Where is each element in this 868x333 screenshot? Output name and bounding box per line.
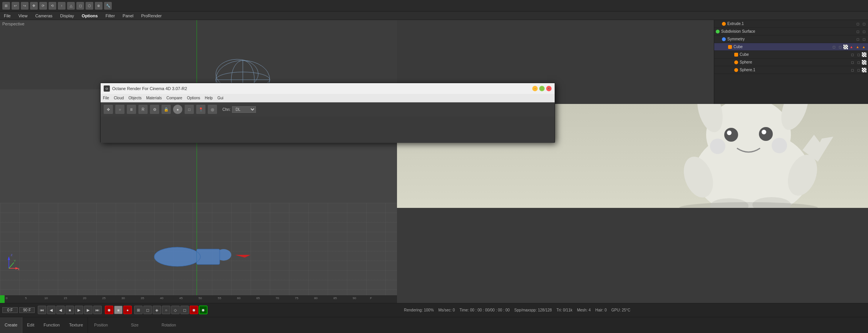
anim-btn-6[interactable]: ◻ <box>180 306 189 314</box>
obj-lock-icon-7[interactable]: ◻ <box>856 60 861 65</box>
anim-btn-2[interactable]: ◻ <box>143 306 152 314</box>
oct-circle-btn[interactable]: ○ <box>115 105 124 114</box>
menu-filter[interactable]: Filter <box>104 13 116 18</box>
obj-vis-icon-4[interactable]: ◻ <box>855 37 860 42</box>
obj-lock-icon-6[interactable]: ◻ <box>856 52 861 57</box>
timeline-numbers[interactable]: 0 5 10 15 20 25 30 35 40 45 50 55 60 65 … <box>0 295 397 303</box>
oct-pin-btn[interactable]: 📍 <box>196 105 205 114</box>
octane-menu-help[interactable]: Help <box>205 96 213 100</box>
transport-to-end[interactable]: ⏭ <box>93 306 102 314</box>
transport-to-start[interactable]: ⏮ <box>38 306 46 314</box>
tri-count: Tri: 0/11k <box>557 308 572 312</box>
octane-menu-objects[interactable]: Objects <box>128 96 141 100</box>
transport-stop[interactable]: ■ <box>66 306 74 314</box>
oct-gear-btn[interactable]: ⚙ <box>150 105 159 114</box>
toolbar-icon-10[interactable]: ⬡ <box>86 2 93 10</box>
menu-cameras[interactable]: Cameras <box>34 13 54 18</box>
obj-tri-cube1-2: ▲ <box>855 44 860 50</box>
obj-lock-icon-3[interactable]: ◻ <box>861 29 866 34</box>
record-stop-btn[interactable]: ■ <box>114 306 123 314</box>
obj-lock-icon-4[interactable]: ◻ <box>861 37 866 42</box>
obj-row-symmetry[interactable]: Symmetry ◻ ◻ <box>714 35 868 43</box>
octane-menu-file[interactable]: File <box>103 96 109 100</box>
svg-rect-8 <box>197 249 220 264</box>
toolbar-icon-8[interactable]: △ <box>67 2 75 10</box>
obj-icon-extrude1 <box>722 22 726 26</box>
oct-channel-group: Chn: DL Beauty Diffuse <box>222 106 256 113</box>
anim-btn-5[interactable]: ◇ <box>171 306 180 314</box>
obj-row-cube1[interactable]: Cube ◻ ◻ ▲ ▲ ▲ <box>714 43 868 51</box>
obj-lock-icon-2[interactable]: ◻ <box>861 21 866 27</box>
obj-row-extrude1[interactable]: Extrude.1 ◻ ◻ <box>714 20 868 28</box>
transport-prev-frame[interactable]: ◀ <box>47 306 56 314</box>
octane-menu-cloud[interactable]: Cloud <box>114 96 124 100</box>
octane-menu-options[interactable]: Options <box>187 96 200 100</box>
anim-btn-1[interactable]: ⊞ <box>134 306 143 314</box>
anim-btn-7[interactable]: ⏺ <box>190 306 198 314</box>
toolbar-icon-9[interactable]: ◻ <box>76 2 84 10</box>
toolbar-icon-11[interactable]: ⊕ <box>95 2 103 10</box>
tab-texture[interactable]: Texture <box>64 317 87 333</box>
oct-record-btn[interactable]: R <box>138 105 148 114</box>
octane-menu-compare[interactable]: Compare <box>167 96 182 100</box>
obj-vis-icon-3[interactable]: ◻ <box>855 29 860 34</box>
menu-panel[interactable]: Panel <box>121 13 135 18</box>
oct-channel-select[interactable]: DL Beauty Diffuse <box>232 106 256 113</box>
main-viewport[interactable]: Perspective Grid Spacing : 100 cm <box>0 20 397 303</box>
toolbar-icon-12[interactable]: 🔧 <box>104 2 112 10</box>
transport-play[interactable]: ▶ <box>75 306 83 314</box>
window-close-btn[interactable]: ✕ <box>546 86 552 91</box>
obj-vis-icon-8[interactable]: ◻ <box>849 67 855 73</box>
menu-prorender[interactable]: ProRender <box>140 13 163 18</box>
oct-pause-btn[interactable]: ⏸ <box>127 105 136 114</box>
obj-row-cube2[interactable]: Cube ◻ ◻ <box>714 51 868 59</box>
octane-menu-materials[interactable]: Materials <box>146 96 162 100</box>
obj-vis-icon-2[interactable]: ◻ <box>855 21 860 27</box>
obj-row-subdiv[interactable]: Subdivision Surface ◻ ◻ <box>714 28 868 35</box>
tab-create[interactable]: Create <box>0 317 22 333</box>
obj-icon-cube2 <box>734 53 738 57</box>
fps-display[interactable]: 90 F <box>19 307 35 313</box>
obj-controls-sphere1: ◻ ◻ <box>849 67 866 73</box>
oct-sphere-btn[interactable]: ● <box>173 105 182 114</box>
transport-play-back[interactable]: ◀ <box>56 306 65 314</box>
current-frame-display[interactable]: 0 F <box>2 307 18 313</box>
toolbar-icon-4[interactable]: ✥ <box>30 2 38 10</box>
obj-vis-icon-5[interactable]: ◻ <box>831 44 836 50</box>
toolbar-icon-3[interactable]: ↪ <box>21 2 29 10</box>
tab-function[interactable]: Function <box>39 317 64 333</box>
toolbar-icon-1[interactable]: ⊞ <box>2 2 10 10</box>
render-time: Time: 00 : 00 : 00/00 : 00 : 00 <box>459 308 510 312</box>
toolbar-icon-7[interactable]: ↑ <box>58 2 66 10</box>
anim-btn-4[interactable]: ○ <box>162 306 170 314</box>
menu-file[interactable]: File <box>2 13 12 18</box>
obj-row-sphere1[interactable]: Sphere.1 ◻ ◻ <box>714 66 868 74</box>
toolbar-icon-6[interactable]: ⟲ <box>49 2 56 10</box>
obj-tri-cube1-3: ▲ <box>861 44 866 50</box>
anim-btn-3[interactable]: ◈ <box>153 306 161 314</box>
window-maximize-btn[interactable]: □ <box>539 86 545 91</box>
oct-cursor-btn[interactable]: ✥ <box>104 105 113 114</box>
obj-vis-icon-7[interactable]: ◻ <box>849 60 855 65</box>
toolbar-icon-5[interactable]: ⟳ <box>39 2 47 10</box>
record-btn[interactable]: ⏺ <box>105 306 113 314</box>
tab-edit[interactable]: Edit <box>22 317 39 333</box>
oct-lock-btn[interactable]: 🔒 <box>161 105 171 114</box>
gpu-temp: GPU: 25°C <box>611 308 631 312</box>
transport-next-frame[interactable]: ▶ <box>84 306 93 314</box>
record-auto-btn[interactable]: ● <box>123 306 132 314</box>
menu-display[interactable]: Display <box>59 13 76 18</box>
octane-menu-gui[interactable]: Gui <box>217 96 224 100</box>
toolbar-icon-2[interactable]: ↩ <box>12 2 19 10</box>
obj-lock-icon-5[interactable]: ◻ <box>837 44 843 50</box>
oct-square-btn[interactable]: □ <box>185 105 194 114</box>
oct-map-btn[interactable]: ◎ <box>208 105 217 114</box>
obj-row-sphere[interactable]: Sphere ◻ ◻ <box>714 59 868 66</box>
menu-view[interactable]: View <box>17 13 29 18</box>
window-minimize-btn[interactable]: － <box>532 86 538 91</box>
obj-vis-icon-6[interactable]: ◻ <box>849 52 855 57</box>
menu-options[interactable]: Options <box>80 13 99 18</box>
anim-btn-8[interactable]: ⏺ <box>199 306 207 314</box>
obj-lock-icon-8[interactable]: ◻ <box>856 67 861 73</box>
octane-app-icon: O <box>104 85 110 92</box>
